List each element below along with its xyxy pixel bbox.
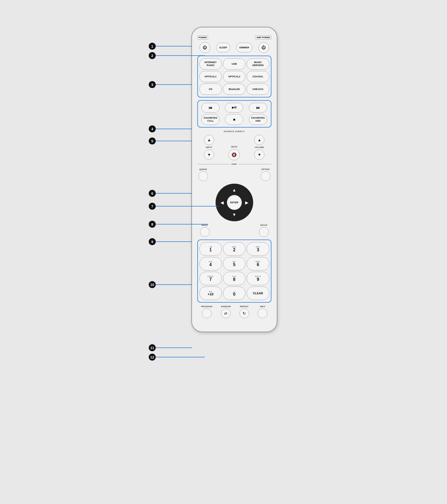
dpad-outer: ▲ ▼ ◀ ▶ ENTER (216, 184, 253, 221)
input-up-button[interactable]: ▲ (204, 135, 214, 145)
internet-radio-button[interactable]: INTERNETRADIO (199, 58, 222, 70)
setup-button[interactable] (259, 227, 269, 237)
svg-text:8: 8 (151, 222, 153, 226)
num-5-button[interactable]: JKL 5 (223, 257, 245, 270)
optical1-button[interactable]: OPTICAL1 (199, 71, 222, 82)
dimmer-button[interactable]: DIMMER (236, 43, 252, 52)
svg-text:7: 7 (151, 204, 153, 208)
svg-point-24 (149, 238, 156, 245)
usb-dac-button[interactable]: USB-DAC (247, 84, 269, 95)
remote-body: POWER AMP POWER ⏻ SLEEP DIMMER ⏻ INTERNE… (191, 27, 277, 332)
source-direct-label: SOURCE DIRECT (224, 130, 245, 133)
amp-power-button[interactable]: ⏻ (258, 42, 269, 53)
svg-text:11: 11 (150, 346, 154, 350)
transport-row: ⏮ ▶/II ⏭ (199, 103, 269, 113)
info-label: INFO (260, 305, 265, 308)
numpad-group: ./@ 1 ABC 2 DEF 3 GHI (197, 240, 271, 303)
svg-text:10: 10 (150, 283, 154, 287)
svg-text:12: 12 (150, 355, 154, 359)
prev-button[interactable]: ⏮ (201, 103, 220, 113)
num-0-digit: 0 (233, 292, 235, 296)
option-button[interactable] (261, 171, 270, 181)
num-8-digit: 8 (233, 277, 235, 282)
info-button[interactable] (258, 309, 267, 318)
svg-point-27 (149, 281, 156, 288)
num-6-button[interactable]: MNO 6 (247, 257, 269, 270)
num-3-button[interactable]: DEF 3 (247, 242, 269, 256)
num-9-button[interactable]: WXYZ 9 (247, 272, 269, 285)
num-7-digit: 7 (209, 277, 212, 282)
mute-button[interactable]: 🔇 (228, 149, 240, 160)
amp-section: AMP (197, 163, 271, 165)
num-3-digit: 3 (257, 248, 259, 252)
volume-label: VOLUME (255, 146, 264, 148)
repeat-button[interactable]: ↻ (239, 309, 249, 318)
svg-point-6 (149, 81, 156, 88)
svg-text:4: 4 (151, 127, 153, 131)
play-pause-button[interactable]: ▶/II (225, 103, 243, 113)
favorites-row: FAVORITESCALL ■ FAVORITESADD (199, 114, 269, 125)
clear-button[interactable]: CLEAR (247, 287, 269, 300)
num-plus10-digit: +10 (208, 292, 213, 296)
option-item: OPTION (261, 168, 270, 181)
cd-button[interactable]: CD (199, 84, 222, 95)
mute-col: MUTE 🔇 (222, 134, 246, 160)
power-button[interactable]: ⏻ (199, 42, 210, 53)
svg-text:6: 6 (151, 191, 153, 195)
numpad-grid: ./@ 1 ABC 2 DEF 3 GHI (199, 242, 269, 300)
random-button[interactable]: ⇄ (221, 309, 231, 318)
volume-up-button[interactable]: ▲ (254, 135, 264, 145)
svg-point-9 (149, 125, 156, 132)
usb-button[interactable]: USB (223, 58, 245, 70)
power-row: POWER AMP POWER (197, 35, 271, 39)
program-label: PROGRAM (201, 305, 212, 308)
optical2-button[interactable]: OPTICAL2 (223, 71, 245, 82)
transport-group: ⏮ ▶/II ⏭ FAVORITESCALL ■ FAVORITESADD (197, 100, 271, 128)
volume-down-button[interactable]: ▼ (254, 150, 264, 160)
stop-button[interactable]: ■ (225, 114, 243, 125)
num-2-button[interactable]: ABC 2 (223, 242, 245, 256)
svg-point-18 (149, 203, 156, 210)
svg-point-0 (149, 43, 156, 50)
num-7-button[interactable]: PQRS 7 (199, 272, 222, 285)
back-button[interactable] (200, 227, 210, 237)
num-6-digit: 6 (257, 263, 259, 267)
info-item: INFO (258, 305, 267, 318)
repeat-item: REPEAT ↻ (239, 305, 249, 318)
coaxial-button[interactable]: COAXIAL (247, 71, 269, 82)
dpad-left-button[interactable]: ◀ (217, 198, 227, 207)
random-item: RANDOM ⇄ (221, 305, 231, 318)
program-row: PROGRAM RANDOM ⇄ REPEAT ↻ INFO (197, 305, 271, 318)
option-label: OPTION (261, 168, 270, 171)
back-label: BACK (202, 224, 208, 226)
num-8-button[interactable]: TUV 8 (223, 272, 245, 285)
input-volume-grid: ▲ INPUT ▼ MUTE 🔇 ▲ VOLUME ▼ (197, 134, 271, 160)
amp-label: AMP (231, 163, 237, 165)
dpad-right-button[interactable]: ▶ (242, 198, 252, 207)
favorites-call-button[interactable]: FAVORITESCALL (201, 114, 220, 125)
music-servers-button[interactable]: MUSICSERVERS (247, 58, 269, 70)
queue-option-row: QUEUE OPTION (197, 168, 271, 181)
enter-button[interactable]: ENTER (227, 195, 242, 210)
input-down-button[interactable]: ▼ (204, 150, 214, 160)
power-label: POWER (197, 35, 208, 39)
next-button[interactable]: ⏭ (249, 103, 267, 113)
bluetooth-button[interactable]: Bluetooth (223, 84, 245, 95)
source-grid: INTERNETRADIO USB MUSICSERVERS OPTICAL1 … (199, 58, 269, 95)
queue-button[interactable] (198, 171, 208, 181)
dpad-up-button[interactable]: ▲ (230, 185, 239, 195)
num-0-button[interactable]: _ * 0 (223, 287, 245, 300)
num-4-digit: 4 (209, 263, 212, 267)
dpad-down-button[interactable]: ▼ (230, 210, 239, 220)
svg-point-3 (149, 52, 156, 59)
num-4-button[interactable]: GHI 4 (199, 257, 222, 270)
svg-text:3: 3 (151, 83, 153, 87)
program-button[interactable] (202, 309, 212, 318)
num-1-button[interactable]: ./@ 1 (199, 242, 222, 256)
num-2-digit: 2 (233, 248, 235, 252)
queue-label: QUEUE (199, 168, 207, 171)
favorites-add-button[interactable]: FAVORITESADD (249, 114, 267, 125)
sleep-button[interactable]: SLEEP (216, 43, 230, 52)
num-plus10-button[interactable]: a/A +10 (199, 287, 222, 300)
setup-label: SETUP (260, 224, 267, 226)
